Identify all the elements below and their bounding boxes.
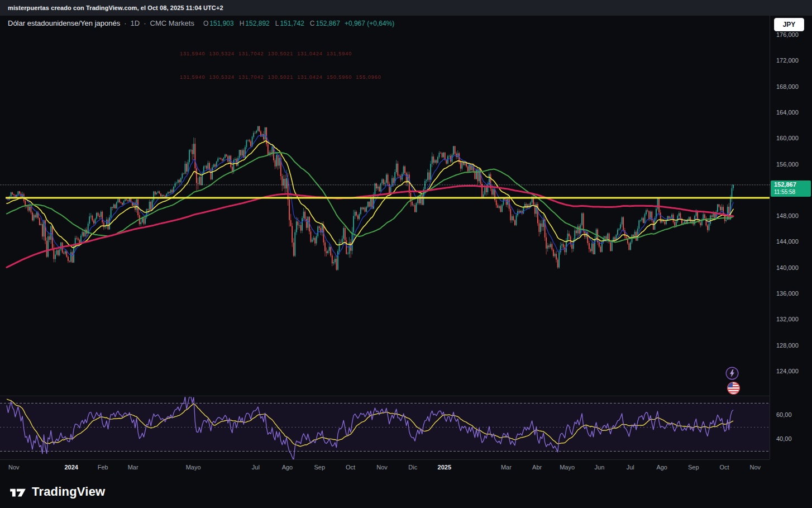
tradingview-mark-icon: [9, 484, 27, 500]
open-label: O: [203, 20, 208, 27]
time-axis-month-label: Abr: [532, 464, 542, 471]
price-scale-label: 140,000: [776, 264, 799, 271]
time-axis[interactable]: Nov2024FebMarMayoJulAgoSepOctNovDic2025M…: [0, 459, 770, 475]
time-axis-month-label: Oct: [719, 464, 729, 471]
time-axis-month-label: Jul: [252, 464, 260, 471]
time-axis-month-label: Jun: [595, 464, 605, 471]
time-axis-month-label: Oct: [346, 464, 355, 471]
brand-name: TradingView: [32, 485, 105, 499]
time-axis-month-label: Nov: [8, 464, 20, 471]
price-scale-label: 176,000: [776, 31, 799, 38]
flag-button[interactable]: [727, 381, 740, 395]
time-axis-month-label: Sep: [688, 464, 699, 471]
low-label: L: [275, 20, 279, 27]
price-scale[interactable]: JPY 152,867 11:55:58 176,000172,000168,0…: [770, 16, 812, 459]
price-scale-label: 124,000: [776, 368, 799, 374]
time-axis-year-label: 2024: [64, 464, 78, 471]
legend-separator: ·: [144, 19, 146, 27]
symbol-title[interactable]: Dólar estadounidense/Yen japonés: [8, 19, 120, 27]
bar-countdown: 11:55:58: [774, 188, 811, 196]
chart-region: Dólar estadounidense/Yen japonés · 1D · …: [0, 16, 812, 475]
open-value: 151,903: [209, 20, 233, 27]
price-scale-label: 164,000: [776, 109, 799, 116]
currency-toggle-button[interactable]: JPY: [774, 18, 804, 31]
last-price-label: 152,867: [774, 181, 811, 188]
footer-bar: TradingView: [0, 475, 812, 508]
tradingview-logo[interactable]: TradingView: [9, 484, 105, 500]
price-pane-canvas[interactable]: [0, 16, 770, 396]
attribution-text: misterpuertas creado con TradingView.com…: [8, 4, 223, 11]
price-scale-label: 168,000: [776, 83, 799, 90]
indicator-values-row: 131,5940 130,5324 131,7042 130,5021 131,…: [180, 73, 381, 81]
chart-legend: Dólar estadounidense/Yen japonés · 1D · …: [8, 19, 394, 27]
price-scale-label: 160,000: [776, 135, 799, 141]
time-axis-month-label: Nov: [749, 464, 761, 471]
price-scale-label: 132,000: [776, 316, 799, 322]
boost-button[interactable]: [725, 367, 739, 380]
interval-label[interactable]: 1D: [131, 19, 140, 27]
rsi-scale-label: 60,00: [776, 411, 792, 418]
rsi-pane-canvas[interactable]: [0, 397, 770, 459]
price-scale-label: 128,000: [776, 342, 799, 349]
change-label: +0,967 (+0,64%): [345, 20, 394, 27]
time-axis-month-label: Sep: [314, 464, 325, 471]
time-axis-month-label: Jul: [627, 464, 634, 471]
time-axis-month-label: Nov: [376, 464, 388, 471]
close-value: 152,867: [316, 20, 340, 27]
time-axis-month-label: Dic: [408, 464, 417, 471]
indicator-values-overlay: 131,5940 130,5324 131,7042 130,5021 131,…: [180, 34, 381, 97]
time-axis-month-label: Feb: [98, 464, 108, 471]
us-flag-icon: [727, 382, 740, 395]
high-value: 152,892: [245, 20, 269, 27]
close-label: C: [310, 20, 315, 27]
time-axis-month-label: Mar: [501, 464, 512, 471]
price-badge: 152,867 11:55:58: [771, 181, 811, 197]
legend-separator: ·: [124, 19, 126, 27]
time-axis-month-label: Mayo: [186, 464, 201, 471]
price-scale-label: 136,000: [776, 290, 799, 297]
time-axis-month-label: Ago: [282, 464, 293, 471]
tradingview-snapshot: misterpuertas creado con TradingView.com…: [0, 0, 812, 508]
exchange-label: CMC Markets: [150, 19, 194, 27]
price-scale-label: 156,000: [776, 161, 799, 168]
high-label: H: [240, 20, 245, 27]
time-axis-month-label: Ago: [656, 464, 667, 471]
time-axis-month-label: Mar: [128, 464, 138, 471]
price-scale-label: 148,000: [776, 212, 799, 219]
attribution-bar: misterpuertas creado con TradingView.com…: [0, 0, 812, 16]
low-value: 151,742: [280, 20, 304, 27]
rsi-scale-label: 40,00: [776, 435, 792, 442]
price-scale-label: 172,000: [776, 57, 799, 64]
lightning-icon: [725, 367, 739, 380]
price-scale-label: 144,000: [776, 238, 799, 245]
time-axis-year-label: 2025: [438, 464, 451, 471]
pane-separator[interactable]: [0, 396, 770, 396]
time-axis-month-label: Mayo: [560, 464, 575, 471]
indicator-values-row: 131,5940 130,5324 131,7042 130,5021 131,…: [180, 50, 381, 58]
